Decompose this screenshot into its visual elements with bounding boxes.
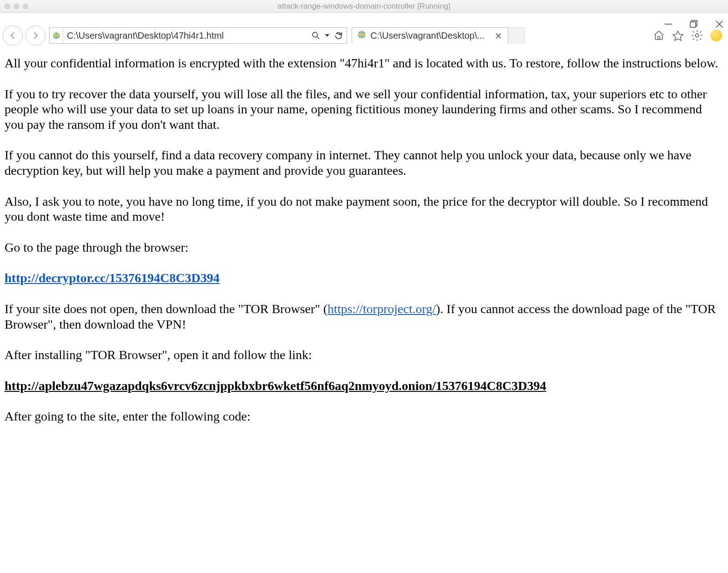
maximize-button[interactable]	[689, 19, 699, 29]
tab-strip: C:\Users\vagrant\Desktop\... ✕	[352, 27, 525, 44]
favorites-icon[interactable]	[672, 29, 684, 42]
para-after-install: After installing "TOR Browser", open it …	[5, 347, 723, 363]
close-button[interactable]	[714, 19, 724, 29]
settings-icon[interactable]	[691, 29, 703, 42]
para-intro: All your confidential information is enc…	[5, 56, 723, 71]
dropdown-icon[interactable]	[325, 33, 329, 38]
minimize-button[interactable]	[663, 19, 673, 29]
svg-point-16	[695, 34, 698, 37]
address-url[interactable]: C:\Users\vagrant\Desktop\47hi4r1.html	[63, 30, 308, 41]
tab-close-icon[interactable]: ✕	[494, 30, 503, 41]
mac-titlebar: attack-range-windows-domain-controller […	[0, 0, 728, 13]
feedback-smiley-icon[interactable]	[710, 29, 723, 42]
address-bar[interactable]: C:\Users\vagrant\Desktop\47hi4r1.html	[49, 27, 347, 44]
new-tab-button[interactable]	[508, 27, 525, 44]
traffic-minimize[interactable]	[14, 4, 19, 9]
torproject-link[interactable]: https://torproject.org/	[328, 302, 436, 316]
traffic-close[interactable]	[5, 4, 10, 9]
tor-pre: If your site does not open, then downloa…	[5, 302, 328, 316]
forward-button[interactable]	[25, 25, 46, 46]
svg-point-9	[313, 32, 318, 37]
para-goto: Go to the page through the browser:	[5, 240, 723, 255]
svg-rect-2	[690, 22, 696, 27]
para-recovery-company: If you cannot do this yourself, find a d…	[5, 147, 723, 178]
page-content: All your confidential information is enc…	[0, 49, 728, 446]
page-icon	[50, 28, 63, 43]
traffic-zoom[interactable]	[23, 4, 28, 9]
para-warning: If you to try recover the data yourself,…	[5, 86, 723, 132]
tab-active[interactable]: C:\Users\vagrant\Desktop\... ✕	[352, 27, 508, 44]
home-icon[interactable]	[652, 29, 665, 42]
toolbar-right	[652, 29, 724, 42]
refresh-icon[interactable]	[334, 31, 343, 40]
ie-window: C:\Users\vagrant\Desktop\47hi4r1.html	[0, 13, 728, 446]
navigation-bar: C:\Users\vagrant\Desktop\47hi4r1.html	[0, 22, 728, 49]
svg-line-10	[317, 37, 319, 39]
para-enter-code: After going to the site, enter the follo…	[5, 409, 723, 424]
window-controls	[663, 19, 724, 29]
tab-label: C:\Users\vagrant\Desktop\...	[370, 30, 490, 41]
para-onion-link: http://aplebzu47wgazapdqks6vrcv6zcnjppkb…	[5, 378, 723, 394]
svg-rect-15	[658, 36, 660, 40]
traffic-lights	[5, 4, 28, 9]
tab-favicon	[357, 30, 367, 42]
back-button[interactable]	[3, 25, 23, 46]
onion-link[interactable]: http://aplebzu47wgazapdqks6vrcv6zcnjppkb…	[5, 379, 546, 393]
para-decryptor-link: http://decryptor.cc/15376194C8C3D394	[5, 270, 723, 286]
mac-window-title: attack-range-windows-domain-controller […	[0, 2, 728, 11]
para-deadline: Also, I ask you to note, you have no lon…	[5, 194, 723, 224]
search-icon[interactable]	[311, 31, 320, 40]
para-tor: If your site does not open, then downloa…	[5, 301, 723, 332]
decryptor-link[interactable]: http://decryptor.cc/15376194C8C3D394	[5, 271, 220, 285]
address-tools	[308, 31, 347, 40]
